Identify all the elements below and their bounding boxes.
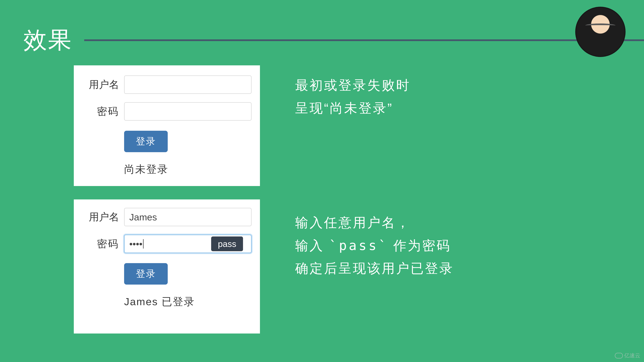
login-form-initial: 用户名 密码 登录 尚未登录 — [74, 65, 260, 186]
username-label: 用户名 — [82, 78, 119, 91]
username-input[interactable]: James — [124, 208, 252, 226]
username-input[interactable] — [124, 75, 252, 94]
explanation-block-2: 输入任意用户名， 输入 `pass` 作为密码 确定后呈现该用户已登录 — [295, 211, 454, 280]
password-input[interactable] — [124, 102, 252, 121]
password-hint-tooltip: pass — [211, 237, 243, 251]
password-row: 密码 — [74, 94, 260, 121]
explain-line: 呈现“尚未登录” — [295, 97, 410, 120]
login-button[interactable]: 登录 — [124, 263, 168, 285]
explain-line: 输入 `pass` 作为密码 — [295, 234, 454, 257]
code-literal: `pass` — [329, 238, 388, 253]
watermark: 亿速云 — [615, 352, 640, 359]
presenter-avatar — [575, 7, 626, 57]
login-button[interactable]: 登录 — [124, 131, 168, 152]
username-value: James — [129, 212, 157, 223]
cloud-icon — [615, 353, 623, 359]
password-label: 密码 — [82, 237, 119, 251]
password-label: 密码 — [82, 105, 119, 118]
text-caret-icon — [143, 239, 144, 249]
explain-line: 确定后呈现该用户已登录 — [295, 257, 454, 280]
username-label: 用户名 — [82, 210, 119, 224]
password-value: •••• — [129, 239, 142, 249]
button-row: 登录 — [74, 253, 260, 285]
title-divider — [84, 39, 644, 41]
watermark-text: 亿速云 — [624, 352, 640, 359]
password-input[interactable]: •••• pass — [124, 235, 252, 253]
explain-line: 最初或登录失败时 — [295, 74, 410, 97]
password-row: 密码 •••• pass — [74, 226, 260, 253]
username-row: 用户名 — [74, 65, 260, 94]
slide-title-row: 效果 — [0, 22, 644, 59]
login-status: James 已登录 — [74, 285, 260, 309]
login-status: 尚未登录 — [74, 152, 260, 176]
username-row: 用户名 James — [74, 199, 260, 226]
explanation-block-1: 最初或登录失败时 呈现“尚未登录” — [295, 74, 410, 119]
button-row: 登录 — [74, 121, 260, 152]
explain-line: 输入任意用户名， — [295, 211, 454, 234]
slide-title: 效果 — [0, 24, 72, 56]
login-form-filled: 用户名 James 密码 •••• pass 登录 James 已登录 — [74, 199, 260, 334]
